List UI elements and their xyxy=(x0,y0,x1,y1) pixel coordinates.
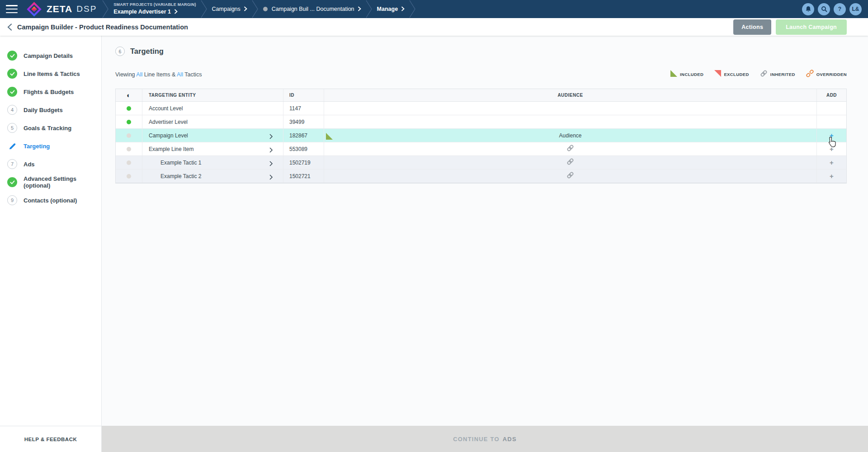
row-entity-cell[interactable]: Example Tactic 2 xyxy=(142,170,283,183)
legend-label: OVERRIDDEN xyxy=(816,72,847,77)
add-targeting-button[interactable]: + xyxy=(830,172,834,180)
row-entity-cell[interactable]: Campaign Level xyxy=(142,129,283,142)
brand-logo[interactable]: ZETA DSP xyxy=(25,4,97,14)
table-row[interactable]: Example Tactic 21502721+ xyxy=(116,170,846,183)
breadcrumb-item[interactable]: SMART PROJECTS (VARIABLE MARGIN)Example … xyxy=(111,2,198,16)
sidebar-item-label: Daily Budgets xyxy=(24,107,63,113)
filter-all-tactics-link[interactable]: All xyxy=(177,71,183,78)
step-complete-icon xyxy=(7,69,17,79)
entity-id: 182867 xyxy=(289,132,307,139)
add-targeting-button[interactable]: + xyxy=(830,132,834,139)
actions-button[interactable]: Actions xyxy=(733,19,771,35)
nav-right-icons: ? L& xyxy=(802,3,862,15)
row-audience-cell[interactable]: Audience xyxy=(324,129,817,142)
row-entity-cell[interactable]: Advertiser Level xyxy=(142,115,283,128)
row-audience-cell[interactable] xyxy=(324,156,817,169)
targeting-table: ◐ TARGETING ENTITY ID AUDIENCE ADD Accou… xyxy=(115,89,847,184)
table-row[interactable]: Advertiser Level39499 xyxy=(116,115,846,129)
continue-target: ADS xyxy=(503,436,517,443)
hamburger-menu-icon[interactable] xyxy=(6,5,18,13)
breadcrumb-separator-icon xyxy=(201,0,208,18)
legend-excluded-icon xyxy=(714,70,721,79)
inherited-link-icon xyxy=(566,144,574,154)
add-targeting-button[interactable]: + xyxy=(830,145,834,153)
breadcrumb-separator-icon xyxy=(252,0,259,18)
sidebar-item-label: Advanced Settings (optional) xyxy=(24,175,101,189)
legend-item-overridden: OVERRIDDEN xyxy=(806,70,847,79)
entity-id: 39499 xyxy=(289,119,304,125)
row-add-cell: + xyxy=(817,156,846,169)
breadcrumb-separator-icon xyxy=(366,0,373,18)
column-header-add: ADD xyxy=(817,89,846,101)
sidebar-item-label: Goals & Tracking xyxy=(24,125,71,132)
sidebar-item-advanced-settings-optional[interactable]: Advanced Settings (optional) xyxy=(0,173,101,191)
step-number-badge: 9 xyxy=(7,195,17,205)
breadcrumb-item[interactable]: Campaign Buil ... Documentation xyxy=(260,5,364,13)
sidebar-item-ads[interactable]: 7Ads xyxy=(0,155,101,173)
chevron-down-icon[interactable] xyxy=(358,5,361,13)
chevron-down-icon[interactable] xyxy=(244,5,247,13)
column-header-audience: AUDIENCE xyxy=(324,89,817,101)
row-audience-cell[interactable] xyxy=(324,170,817,183)
sidebar-item-targeting[interactable]: Targeting xyxy=(0,137,101,155)
step-number-badge: 4 xyxy=(7,105,17,115)
chevron-right-icon[interactable] xyxy=(269,133,273,141)
add-targeting-button[interactable]: + xyxy=(830,159,834,166)
legend-label: EXCLUDED xyxy=(724,72,749,77)
row-status-cell xyxy=(116,142,142,155)
avatar-initials: L& xyxy=(852,6,859,12)
sidebar-item-goals-tracking[interactable]: 5Goals & Tracking xyxy=(0,119,101,137)
sidebar-item-daily-budgets[interactable]: 4Daily Budgets xyxy=(0,101,101,119)
row-id-cell: 553089 xyxy=(283,142,324,155)
breadcrumb-label: Campaign Buil ... Documentation xyxy=(272,6,354,12)
chevron-down-icon[interactable] xyxy=(174,8,178,16)
step-complete-icon xyxy=(7,177,17,187)
sidebar-item-label: Ads xyxy=(24,161,35,168)
help-button[interactable]: ? xyxy=(834,3,846,15)
chevron-down-icon[interactable] xyxy=(401,5,405,13)
brand-name: ZETA xyxy=(47,4,72,14)
entity-name: Example Tactic 1 xyxy=(149,160,202,166)
sidebar-item-flights-budgets[interactable]: Flights & Budgets xyxy=(0,83,101,101)
entity-id: 553089 xyxy=(289,146,307,152)
table-row[interactable]: Example Line Item553089+ xyxy=(116,142,846,156)
question-mark-icon: ? xyxy=(838,6,841,12)
launch-campaign-button[interactable]: Launch Campaign xyxy=(776,19,847,35)
sidebar-item-contacts-optional[interactable]: 9Contacts (optional) xyxy=(0,191,101,209)
table-row[interactable]: Account Level1147 xyxy=(116,102,846,115)
breadcrumb-item[interactable]: Manage xyxy=(374,5,408,13)
avatar[interactable]: L& xyxy=(849,3,862,15)
status-dot-gray-icon xyxy=(127,160,131,165)
sidebar-item-line-items-tactics[interactable]: Line Items & Tactics xyxy=(0,65,101,83)
section-title: Targeting xyxy=(130,47,164,56)
notifications-button[interactable] xyxy=(802,3,814,15)
row-audience-cell[interactable] xyxy=(324,142,817,155)
contrast-icon: ◐ xyxy=(127,91,131,99)
row-entity-cell[interactable]: Example Tactic 1 xyxy=(142,156,283,169)
breadcrumb-item[interactable]: Campaigns xyxy=(209,5,250,13)
row-audience-cell[interactable] xyxy=(324,115,817,128)
audience-chip-label[interactable]: Audience xyxy=(559,132,581,139)
step-number-badge: 5 xyxy=(7,123,17,133)
row-audience-cell[interactable] xyxy=(324,102,817,115)
table-row[interactable]: Example Tactic 11502719+ xyxy=(116,156,846,170)
continue-to-ads-button[interactable]: CONTINUE TO ADS xyxy=(102,426,868,452)
chevron-right-icon[interactable] xyxy=(269,160,273,168)
search-button[interactable] xyxy=(818,3,830,15)
help-feedback-button[interactable]: HELP & FEEDBACK xyxy=(0,426,102,452)
row-entity-cell[interactable]: Account Level xyxy=(142,102,283,115)
filter-all-line-items-link[interactable]: All xyxy=(136,71,142,78)
table-row[interactable]: Campaign Level182867Audience+ xyxy=(116,129,846,142)
sidebar-item-campaign-details[interactable]: Campaign Details xyxy=(0,47,101,65)
row-add-cell xyxy=(817,102,846,115)
legend-item-excluded: EXCLUDED xyxy=(714,70,749,79)
back-button[interactable] xyxy=(2,18,17,36)
row-entity-cell[interactable]: Example Line Item xyxy=(142,142,283,155)
chevron-right-icon[interactable] xyxy=(269,174,273,182)
breadcrumb-separator-icon xyxy=(102,0,109,18)
row-id-cell: 1502719 xyxy=(283,156,324,169)
entity-name: Example Line Item xyxy=(149,146,193,152)
continue-prefix: CONTINUE TO xyxy=(453,436,500,443)
chevron-right-icon[interactable] xyxy=(269,146,273,155)
column-header-status[interactable]: ◐ xyxy=(116,89,142,101)
